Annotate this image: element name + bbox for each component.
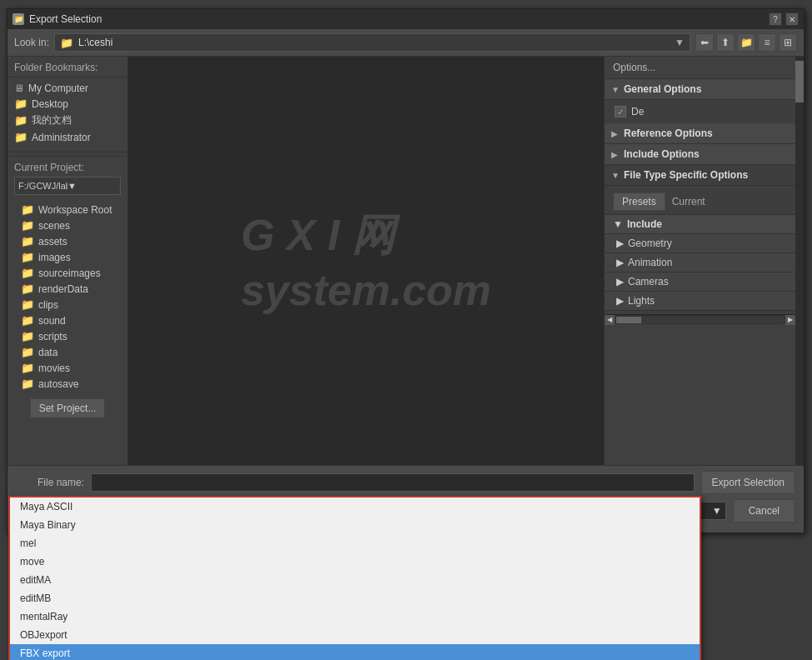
look-in-label: Look in:	[14, 37, 49, 48]
options-panel: Options... ▼ General Options De ▶ Refere…	[604, 57, 795, 465]
project-item-label: Workspace Root	[38, 204, 112, 216]
default-label: De	[631, 106, 644, 118]
list-view-button[interactable]: ≡	[758, 33, 776, 52]
project-assets[interactable]: 📁 assets	[14, 233, 121, 249]
include-subsection-header[interactable]: ▼ Include	[605, 215, 795, 234]
project-movies[interactable]: 📁 movies	[14, 360, 121, 376]
bookmark-my-computer[interactable]: 🖥 My Computer	[7, 81, 127, 96]
folder-icon: 📁	[21, 330, 34, 342]
help-button[interactable]: ?	[769, 12, 782, 26]
close-button[interactable]: ✕	[785, 12, 799, 26]
general-options-header[interactable]: ▼ General Options	[605, 79, 795, 100]
watermark: G X I 网system.com	[241, 207, 491, 315]
project-clips[interactable]: 📁 clips	[14, 297, 121, 312]
include-options-arrow: ▶	[611, 150, 620, 159]
project-item-label: clips	[38, 299, 58, 311]
include-options-header[interactable]: ▶ Include Options	[605, 144, 795, 165]
title-bar-left: 📁 Export Selection	[12, 13, 102, 25]
project-sourceimages[interactable]: 📁 sourceimages	[14, 265, 121, 281]
project-renderdata[interactable]: 📁 renderData	[14, 281, 121, 297]
options-hscrollbar[interactable]: ◀ ▶	[605, 314, 795, 324]
look-in-combo[interactable]: 📁 L:\ceshi ▼	[54, 33, 690, 52]
folder-icon: 📁	[21, 378, 34, 390]
project-scripts[interactable]: 📁 scripts	[14, 328, 121, 344]
lights-label: Lights	[628, 295, 655, 307]
project-data[interactable]: 📁 data	[14, 344, 121, 360]
title-bar-controls: ? ✕	[769, 12, 799, 26]
dropdown-arrow-icon: ▼	[67, 181, 117, 191]
cameras-arrow: ▶	[616, 276, 624, 288]
hscroll-left-btn[interactable]: ◀	[605, 315, 615, 325]
include-sub-arrow: ▼	[613, 218, 623, 230]
project-sound[interactable]: 📁 sound	[14, 312, 121, 328]
cancel-button[interactable]: Cancel	[733, 499, 795, 522]
computer-icon: 🖥	[14, 82, 24, 94]
file-name-row: File name: Export Selection	[16, 471, 795, 494]
default-checkbox[interactable]	[615, 106, 626, 118]
geometry-arrow: ▶	[616, 238, 624, 249]
up-button[interactable]: ⬆	[716, 33, 735, 52]
presets-button[interactable]: Presets	[613, 192, 665, 211]
lights-header[interactable]: ▶ Lights	[605, 292, 795, 311]
project-item-label: scenes	[38, 220, 70, 232]
project-item-label: data	[38, 347, 57, 358]
project-item-label: renderData	[38, 283, 88, 295]
bookmark-label: Desktop	[32, 98, 68, 110]
hscroll-right-btn[interactable]: ▶	[785, 315, 795, 325]
animation-label: Animation	[628, 257, 672, 268]
general-options-label: General Options	[624, 83, 701, 95]
project-workspace-root[interactable]: 📁 Workspace Root	[14, 202, 121, 218]
dropdown-item-editmb[interactable]: editMB	[10, 589, 700, 608]
general-options-arrow: ▼	[611, 85, 620, 94]
project-item-label: sourceimages	[38, 268, 101, 279]
dialog-window: 📁 Export Selection ? ✕ Look in: 📁 L:\ces…	[7, 8, 805, 533]
file-type-label: File Type Specific Options	[624, 169, 748, 181]
options-vscrollbar-thumb[interactable]	[795, 61, 804, 102]
include-sub-label: Include	[627, 218, 662, 230]
reference-options-header[interactable]: ▶ Reference Options	[605, 123, 795, 144]
presets-row: Presets Current	[605, 189, 795, 215]
left-sidebar: Folder Bookmarks: 🖥 My Computer 📁 Deskto…	[7, 57, 128, 465]
dropdown-item-maya-binary[interactable]: Maya Binary	[10, 516, 700, 534]
dropdown-item-editma[interactable]: editMA	[10, 571, 700, 589]
folder-icon: 📁	[21, 219, 34, 232]
geometry-header[interactable]: ▶ Geometry	[605, 234, 795, 253]
project-item-label: images	[38, 252, 71, 263]
bookmark-mydocs[interactable]: 📁 我的文档	[7, 112, 127, 129]
dropdown-item-maya-ascii[interactable]: Maya ASCII	[10, 498, 700, 516]
bookmark-administrator[interactable]: 📁 Administrator	[7, 129, 127, 145]
export-selection-button[interactable]: Export Selection	[701, 471, 795, 494]
cameras-label: Cameras	[628, 276, 669, 288]
dropdown-item-fbx-export[interactable]: FBX export	[10, 644, 700, 660]
file-name-label: File name:	[16, 477, 84, 488]
file-type-specific-header[interactable]: ▼ File Type Specific Options	[605, 165, 795, 186]
folder-icon: 📁	[60, 37, 73, 49]
current-project-combo[interactable]: F:/GCWJ/labaqu ▼	[14, 177, 121, 195]
options-vscrollbar[interactable]	[795, 57, 804, 465]
file-type-dropdown[interactable]: Maya ASCII Maya Binary mel move editMA e…	[8, 496, 701, 660]
folder-icon: 📁	[21, 298, 34, 311]
dropdown-item-mentalray[interactable]: mentalRay	[10, 608, 700, 626]
detail-view-button[interactable]: ⊞	[779, 33, 797, 52]
file-browser[interactable]: G X I 网system.com	[128, 57, 604, 465]
animation-header[interactable]: ▶ Animation	[605, 253, 795, 272]
back-button[interactable]: ⬅	[695, 33, 714, 52]
current-project-value: F:/GCWJ/labaqu	[18, 181, 67, 191]
file-name-input[interactable]	[91, 473, 695, 492]
project-autosave[interactable]: 📁 autosave	[14, 376, 121, 392]
project-images[interactable]: 📁 images	[14, 249, 121, 265]
hscroll-thumb[interactable]	[616, 317, 641, 323]
folder-icon: 📁	[21, 314, 34, 327]
bookmark-desktop[interactable]: 📁 Desktop	[7, 96, 127, 112]
look-in-bar: Look in: 📁 L:\ceshi ▼ ⬅ ⬆ 📁 ≡ ⊞	[7, 29, 804, 57]
cameras-header[interactable]: ▶ Cameras	[605, 272, 795, 292]
dropdown-item-objexport[interactable]: OBJexport	[10, 626, 700, 644]
set-project-button[interactable]: Set Project...	[30, 398, 106, 418]
project-item-label: sound	[38, 315, 66, 327]
new-folder-button[interactable]: 📁	[737, 33, 755, 52]
dropdown-item-mel[interactable]: mel	[10, 534, 700, 552]
folder-icon: 📁	[14, 131, 27, 143]
animation-arrow: ▶	[616, 257, 624, 268]
project-scenes[interactable]: 📁 scenes	[14, 218, 121, 233]
dropdown-item-move[interactable]: move	[10, 552, 700, 571]
